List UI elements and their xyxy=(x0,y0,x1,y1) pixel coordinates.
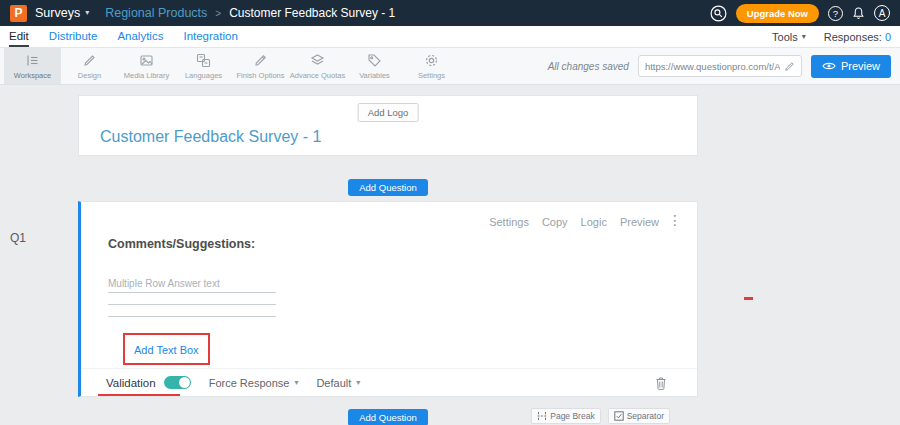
workspace-icon xyxy=(25,53,40,68)
toolbar-item-languages[interactable]: Languages xyxy=(175,48,232,84)
edit-url-pencil-icon[interactable] xyxy=(784,61,795,72)
variables-icon xyxy=(367,53,382,68)
survey-header-card: Add Logo Customer Feedback Survey - 1 xyxy=(78,95,698,156)
add-question-button[interactable]: Add Question xyxy=(348,179,428,196)
toolbar-item-advance-quotas[interactable]: Advance Quotas xyxy=(289,48,346,84)
question-footer: Validation Force Response ▾ Default ▾ xyxy=(81,368,697,396)
breadcrumb: Regional Products > Customer Feedback Su… xyxy=(105,6,395,20)
page-options: Page Break Separator xyxy=(531,408,670,424)
question-text[interactable]: Comments/Suggestions: xyxy=(108,237,255,251)
notifications-bell-icon[interactable] xyxy=(852,6,865,20)
main-nav: Edit Distribute Analytics Integration To… xyxy=(0,26,900,48)
page-break-button[interactable]: Page Break xyxy=(531,408,600,424)
add-question-button[interactable]: Add Question xyxy=(348,409,428,425)
tools-menu[interactable]: Tools ▾ xyxy=(772,31,806,43)
kebab-menu-icon[interactable]: ⋮ xyxy=(668,213,682,227)
question-preview-link[interactable]: Preview xyxy=(620,216,659,228)
languages-icon xyxy=(196,53,211,68)
force-response-label: Force Response xyxy=(209,377,290,389)
tab-integration[interactable]: Integration xyxy=(183,26,237,47)
save-status: All changes saved xyxy=(548,61,629,72)
survey-url-input[interactable] xyxy=(645,61,780,72)
answer-placeholder: Multiple Row Answer text xyxy=(108,278,276,293)
toolbar-item-finish-options[interactable]: Finish Options xyxy=(232,48,289,84)
survey-title[interactable]: Customer Feedback Survey - 1 xyxy=(100,128,321,146)
validation-label: Validation xyxy=(106,377,156,389)
tab-distribute[interactable]: Distribute xyxy=(49,26,98,47)
annotation-red-underline xyxy=(98,394,180,396)
question-actions: Settings Copy Logic Preview xyxy=(489,216,659,228)
questionpro-logo[interactable]: P xyxy=(10,5,27,22)
survey-canvas: Q1 Add Logo Customer Feedback Survey - 1… xyxy=(0,85,900,425)
breadcrumb-survey-name: Customer Feedback Survey - 1 xyxy=(229,6,395,20)
preview-button-label: Preview xyxy=(841,60,880,72)
answer-line xyxy=(108,305,276,317)
responses-label: Responses: xyxy=(824,31,882,43)
page-break-icon xyxy=(537,411,547,421)
chevron-down-icon: ▾ xyxy=(356,379,360,387)
tab-edit[interactable]: Edit xyxy=(9,26,29,47)
surveys-menu[interactable]: Surveys ▾ xyxy=(35,6,89,20)
question-settings-link[interactable]: Settings xyxy=(489,216,529,228)
preview-button[interactable]: Preview xyxy=(811,55,891,78)
separator-label: Separator xyxy=(627,411,664,421)
toolbar-item-label: Finish Options xyxy=(237,71,285,80)
responses-link[interactable]: Responses: 0 xyxy=(824,31,891,43)
toolbar-item-settings[interactable]: Settings xyxy=(403,48,460,84)
validation-toggle[interactable] xyxy=(164,376,191,389)
force-response-dropdown[interactable]: Force Response ▾ xyxy=(209,377,299,389)
toolbar-item-label: Variables xyxy=(359,71,390,80)
toolbar-item-label: Media Library xyxy=(124,71,169,80)
trash-icon[interactable] xyxy=(655,376,667,394)
toolbar-item-label: Advance Quotas xyxy=(290,71,345,80)
gear-icon xyxy=(424,53,439,68)
eye-icon xyxy=(822,61,836,71)
toolbar-item-label: Settings xyxy=(418,71,445,80)
toolbar-item-workspace[interactable]: Workspace xyxy=(4,48,61,84)
answer-line xyxy=(108,293,276,305)
advance-quotas-icon xyxy=(310,53,325,68)
toolbar-item-design[interactable]: Design xyxy=(61,48,118,84)
builder-toolbar: Workspace Design Media Library Languages… xyxy=(0,48,900,85)
top-bar: P Surveys ▾ Regional Products > Customer… xyxy=(0,0,900,26)
topbar-actions: Upgrade Now ? A xyxy=(710,4,890,23)
add-text-box-link[interactable]: Add Text Box xyxy=(134,344,199,356)
separator-button[interactable]: Separator xyxy=(608,408,670,424)
add-logo-button[interactable]: Add Logo xyxy=(358,103,419,122)
chevron-down-icon: ▾ xyxy=(85,9,89,17)
page-break-label: Page Break xyxy=(550,411,594,421)
default-dropdown[interactable]: Default ▾ xyxy=(316,377,360,389)
tab-analytics[interactable]: Analytics xyxy=(117,26,163,47)
toolbar-item-label: Workspace xyxy=(14,71,51,80)
annotation-red-box: Add Text Box xyxy=(123,333,210,365)
add-question-row-bottom: Add Question Page Break Separator xyxy=(78,407,698,423)
responses-count: 0 xyxy=(885,31,891,43)
separator-checkbox-icon xyxy=(614,411,624,421)
toolbar-item-variables[interactable]: Variables xyxy=(346,48,403,84)
surveys-menu-label: Surveys xyxy=(35,6,80,20)
finish-options-icon xyxy=(253,53,268,68)
survey-url-box xyxy=(638,55,802,77)
toolbar-item-media-library[interactable]: Media Library xyxy=(118,48,175,84)
help-icon[interactable]: ? xyxy=(828,6,843,21)
multirow-answer-area[interactable]: Multiple Row Answer text xyxy=(108,278,276,317)
design-icon xyxy=(82,53,97,68)
toolbar-item-label: Design xyxy=(78,71,101,80)
user-avatar[interactable]: A xyxy=(874,5,890,21)
add-question-row: Add Question xyxy=(78,177,698,196)
toolbar-right: All changes saved Preview xyxy=(548,48,900,84)
chevron-down-icon: ▾ xyxy=(802,33,806,41)
question-card: Settings Copy Logic Preview ⋮ Comments/S… xyxy=(78,201,698,397)
toolbar-item-label: Languages xyxy=(185,71,222,80)
upgrade-now-button[interactable]: Upgrade Now xyxy=(736,4,819,23)
question-copy-link[interactable]: Copy xyxy=(542,216,568,228)
search-icon[interactable] xyxy=(710,5,727,22)
question-logic-link[interactable]: Logic xyxy=(581,216,607,228)
media-library-icon xyxy=(139,53,154,68)
annotation-red-dash xyxy=(744,297,753,300)
nav-right: Tools ▾ Responses: 0 xyxy=(772,31,891,43)
question-number-label: Q1 xyxy=(10,231,26,245)
breadcrumb-separator: > xyxy=(215,8,221,19)
breadcrumb-project[interactable]: Regional Products xyxy=(105,6,207,20)
default-dropdown-label: Default xyxy=(316,377,351,389)
